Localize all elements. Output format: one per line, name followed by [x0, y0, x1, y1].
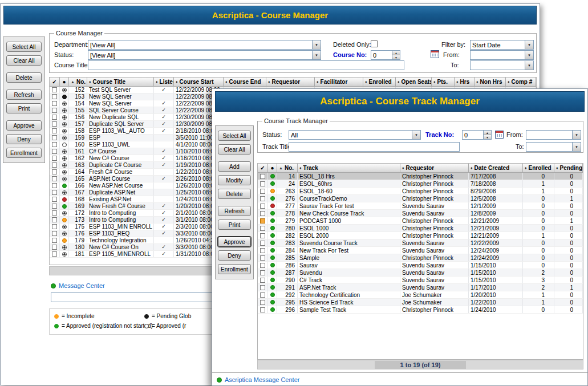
row-checkbox[interactable] [52, 162, 57, 168]
row-checkbox[interactable] [260, 241, 265, 246]
delete-button[interactable]: Delete [6, 72, 42, 83]
deny-button[interactable]: Deny [218, 250, 251, 261]
track-row[interactable]: 291ASP.Net TrackSuvendu Saurav1/17/20102… [258, 284, 583, 291]
spin-up-icon[interactable]: ▲ [484, 131, 491, 135]
sort-header-listed[interactable]: ♦Listed [154, 78, 174, 86]
track-row[interactable]: 290C# TrackSuvendu Saurav1/15/201030 [258, 277, 583, 284]
row-checkbox[interactable] [52, 251, 57, 257]
row-checkbox[interactable] [260, 218, 265, 224]
check-all-header[interactable]: ✓ [258, 164, 268, 172]
print-button[interactable]: Print [6, 103, 42, 113]
track-row[interactable]: 276CourseTrackDemoChristopher Pinnock12/… [258, 195, 583, 202]
row-checkbox[interactable] [52, 176, 57, 181]
row-checkbox[interactable] [52, 135, 57, 140]
row-checkbox[interactable] [52, 115, 57, 120]
row-checkbox[interactable] [52, 231, 57, 236]
track-row[interactable]: 280ESOL 1000Christopher Pinnock12/21/200… [258, 225, 583, 232]
row-checkbox[interactable] [52, 238, 57, 243]
to-date-select[interactable]: ▼ [526, 142, 581, 152]
row-checkbox[interactable] [52, 142, 57, 147]
track-row[interactable]: 292Technology CertificationJoe Schumaker… [258, 291, 583, 299]
sort-header-pts[interactable]: ♦Pts. [432, 78, 455, 86]
course-track-manager-titlebar[interactable]: Ascriptica - Course Track Manager [215, 91, 585, 112]
track-row[interactable]: 286SauravSuvendu Saurav1/15/201000 [258, 262, 583, 269]
track-row[interactable]: 287SuvenduSuvendu Saurav1/15/201020 [258, 269, 583, 277]
deny-button[interactable]: Deny [6, 134, 42, 144]
sort-header-track[interactable]: ♦Track [298, 164, 400, 172]
row-checkbox[interactable] [52, 197, 57, 202]
modify-button[interactable]: Modify [218, 175, 251, 185]
sort-header-comp[interactable]: ♦Comp # [506, 78, 536, 86]
spin-up-icon[interactable]: ▲ [392, 51, 400, 55]
sort-header-course-end[interactable]: ♦Course End [224, 78, 266, 86]
track-row[interactable]: 24ESOL_60hrsChristopher Pinnock7/18/2008… [258, 180, 583, 188]
status-column-header[interactable]: ● [60, 78, 69, 86]
row-checkbox[interactable] [52, 210, 57, 216]
row-checkbox[interactable] [52, 94, 57, 99]
course-manager-titlebar[interactable]: Ascriptica - Course Manager [3, 6, 537, 25]
refresh-button[interactable]: Refresh [6, 90, 42, 100]
row-checkbox[interactable] [52, 204, 57, 209]
row-checkbox[interactable] [52, 87, 57, 92]
from-date-select[interactable]: ▼ [526, 130, 581, 140]
sort-header-requestor[interactable]: ♦Requestor [400, 164, 469, 172]
sort-header-no[interactable]: ▲No. [69, 78, 87, 86]
row-checkbox[interactable] [260, 204, 265, 209]
sort-header-enrolled[interactable]: ♦Enrolled [523, 164, 554, 172]
row-checkbox[interactable] [52, 101, 57, 106]
spin-down-icon[interactable]: ▼ [484, 135, 491, 139]
print-button[interactable]: Print [218, 220, 251, 230]
row-checkbox[interactable] [260, 307, 265, 312]
to-date-select[interactable]: ▼ [470, 60, 534, 70]
row-checkbox[interactable] [260, 255, 265, 261]
row-checkbox[interactable] [260, 196, 265, 201]
row-checkbox[interactable] [260, 300, 265, 305]
row-checkbox[interactable] [260, 285, 265, 290]
track-row[interactable]: 263ESOL_18-60Christopher Pinnock8/29/200… [258, 188, 583, 195]
row-checkbox[interactable] [52, 245, 57, 250]
spin-down-icon[interactable]: ▼ [392, 55, 400, 59]
track-row[interactable]: 295HS Science Ed TrackJoe Schumaker1/22/… [258, 299, 583, 306]
from-date-select[interactable]: ▼ [470, 50, 534, 60]
row-checkbox[interactable] [260, 248, 265, 253]
clear-all-button[interactable]: Clear All [218, 144, 251, 155]
sort-header-non-hrs[interactable]: ♦Non Hrs [475, 78, 506, 86]
sort-header-enrolled[interactable]: ♦Enrolled [363, 78, 396, 86]
status-select[interactable]: [View All] ▼ [88, 50, 321, 60]
row-checkbox[interactable] [52, 121, 57, 127]
calendar-icon[interactable] [495, 131, 504, 139]
enrollment-button[interactable]: Enrollment [218, 264, 251, 274]
sort-header-requestor[interactable]: ♦Requestor [266, 78, 315, 86]
row-checkbox[interactable] [52, 128, 57, 133]
course-no-stepper[interactable]: 0 ▲ ▼ [371, 50, 400, 60]
message-center-link[interactable]: Ascriptica Message Center [225, 376, 299, 383]
status-column-header[interactable]: ● [268, 164, 277, 172]
sort-header-course-start[interactable]: ♦Course Start [174, 78, 224, 86]
sort-header-date-created[interactable]: ♦Date Created [469, 164, 523, 172]
track-row[interactable]: 296Sample Test TrackChristopher Pinnock1… [258, 306, 583, 314]
enrollment-button[interactable]: Enrollment [6, 148, 42, 158]
sort-header-facilitator[interactable]: ♦Facilitator [315, 78, 363, 86]
track-row[interactable]: 278New Check Course TrackSuvendu Saurav1… [258, 210, 583, 217]
row-checkbox[interactable] [52, 108, 57, 113]
row-checkbox[interactable] [260, 278, 265, 283]
track-row[interactable]: 283Suvendu Course TrackSuvendu Saurav12/… [258, 239, 583, 247]
row-checkbox[interactable] [260, 226, 265, 231]
track-row[interactable]: 282ESOL 2000Christopher Pinnock12/21/200… [258, 232, 583, 239]
approve-button[interactable]: Approve [6, 120, 42, 131]
row-checkbox[interactable] [260, 181, 265, 186]
clear-all-button[interactable]: Clear All [6, 55, 42, 66]
status-select[interactable]: All ▼ [289, 130, 421, 140]
sort-header-course-title[interactable]: ♦Course Title [87, 78, 154, 86]
row-checkbox[interactable] [52, 217, 57, 222]
row-checkbox[interactable] [260, 292, 265, 298]
deleted-only-checkbox[interactable] [371, 40, 378, 47]
row-checkbox[interactable] [52, 190, 57, 195]
refresh-button[interactable]: Refresh [218, 206, 251, 216]
row-checkbox[interactable] [260, 211, 265, 216]
sort-header-no[interactable]: ▲No. [277, 164, 298, 172]
select-all-button[interactable]: Select All [218, 131, 251, 141]
approve-button[interactable]: Approve [218, 237, 251, 247]
row-checkbox[interactable] [52, 183, 57, 188]
sort-header-pending[interactable]: ♦Pending [554, 164, 583, 172]
